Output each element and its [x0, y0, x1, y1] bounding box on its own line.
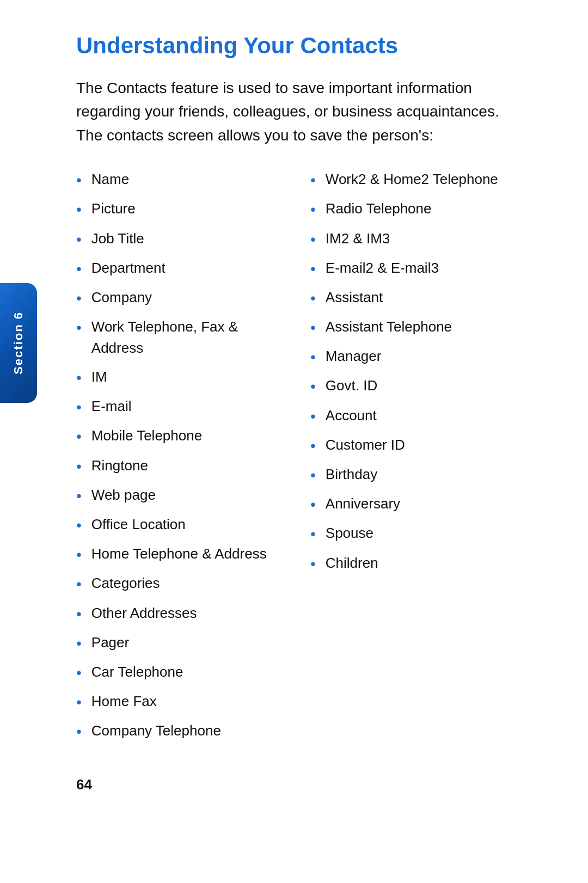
bullet-icon: • — [76, 456, 82, 477]
list-item: •IM2 & IM3 — [310, 228, 523, 250]
list-item: •Job Title — [76, 228, 289, 250]
list-item: •Work2 & Home2 Telephone — [310, 169, 523, 191]
list-item-text: Spouse — [326, 523, 373, 544]
list-item-text: Account — [326, 405, 377, 426]
bullet-icon: • — [310, 229, 316, 250]
list-item: •Ringtone — [76, 455, 289, 477]
list-item-text: Assistant Telephone — [326, 316, 452, 338]
bullet-icon: • — [310, 523, 316, 544]
list-item-text: Picture — [91, 198, 136, 219]
list-item: •Assistant — [310, 287, 523, 309]
list-item: •Spouse — [310, 523, 523, 544]
list-item-text: Web page — [91, 485, 156, 506]
list-item-text: Department — [91, 257, 166, 279]
list-item: •Account — [310, 405, 523, 427]
page-title: Understanding Your Contacts — [76, 33, 523, 59]
list-item-text: Company Telephone — [91, 720, 221, 741]
bullet-icon: • — [76, 317, 82, 338]
list-item-text: Company — [91, 287, 152, 308]
list-item-text: Mobile Telephone — [91, 425, 202, 446]
list-item: •Assistant Telephone — [310, 316, 523, 338]
bullet-icon: • — [76, 721, 82, 742]
list-item: •E-mail — [76, 396, 289, 418]
right-bullet-list: •Work2 & Home2 Telephone•Radio Telephone… — [310, 169, 523, 574]
bullet-icon: • — [310, 494, 316, 515]
list-item: •Birthday — [310, 464, 523, 486]
bullet-icon: • — [76, 367, 82, 388]
list-item: •Anniversary — [310, 493, 523, 515]
list-item-text: Job Title — [91, 228, 144, 249]
bullet-icon: • — [310, 376, 316, 397]
bullet-icon: • — [76, 633, 82, 654]
list-item: •Home Fax — [76, 691, 289, 713]
bullet-icon: • — [76, 199, 82, 220]
list-item: •E-mail2 & E-mail3 — [310, 257, 523, 279]
list-item: •Department — [76, 257, 289, 279]
list-item: •Car Telephone — [76, 661, 289, 683]
list-item-text: Car Telephone — [91, 661, 183, 683]
bullet-icon: • — [310, 346, 316, 367]
list-item-text: Anniversary — [326, 493, 400, 514]
list-item: •Work Telephone, Fax & Address — [76, 316, 289, 359]
list-item: •Picture — [76, 198, 289, 220]
left-column: •Name•Picture•Job Title•Department•Compa… — [76, 169, 289, 750]
list-item: •Children — [310, 553, 523, 574]
bullet-icon: • — [310, 317, 316, 338]
bullet-icon: • — [76, 514, 82, 536]
list-item: •Pager — [76, 632, 289, 654]
list-item-text: Work2 & Home2 Telephone — [326, 169, 498, 190]
list-item: •Customer ID — [310, 434, 523, 456]
bullet-icon: • — [310, 287, 316, 309]
list-item-text: Customer ID — [326, 434, 405, 456]
bullet-icon: • — [310, 464, 316, 486]
bullet-icon: • — [76, 544, 82, 565]
list-item-text: Office Location — [91, 514, 186, 535]
intro-paragraph: The Contacts feature is used to save imp… — [76, 76, 523, 147]
list-item: •Other Addresses — [76, 603, 289, 624]
list-item: •Manager — [310, 346, 523, 367]
bullet-icon: • — [76, 426, 82, 447]
bullet-icon: • — [310, 406, 316, 427]
list-item-text: Children — [326, 553, 378, 574]
list-item: •Company Telephone — [76, 720, 289, 742]
list-item-text: Name — [91, 169, 129, 190]
right-column: •Work2 & Home2 Telephone•Radio Telephone… — [310, 169, 523, 582]
list-item: •Radio Telephone — [310, 198, 523, 220]
list-item: •Office Location — [76, 514, 289, 536]
list-item-text: IM2 & IM3 — [326, 228, 390, 249]
section-tab: Section 6 — [0, 283, 37, 403]
list-item: •Name — [76, 169, 289, 191]
bullet-icon: • — [310, 199, 316, 220]
list-item: •Web page — [76, 485, 289, 506]
page-number: 64 — [76, 776, 523, 793]
bullet-icon: • — [310, 169, 316, 191]
bullet-icon: • — [76, 691, 82, 713]
list-item-text: Radio Telephone — [326, 198, 432, 219]
list-item-text: Home Telephone & Address — [91, 543, 267, 565]
section-tab-label: Section 6 — [11, 311, 26, 375]
list-item-text: Ringtone — [91, 455, 148, 476]
list-item: •Mobile Telephone — [76, 425, 289, 447]
bullet-icon: • — [76, 258, 82, 279]
list-item-text: IM — [91, 366, 107, 388]
list-item: •IM — [76, 366, 289, 388]
list-item-text: E-mail — [91, 396, 132, 417]
list-item-text: Govt. ID — [326, 375, 377, 396]
bullet-icon: • — [310, 553, 316, 574]
bullet-icon: • — [76, 573, 82, 594]
page-container: Section 6 Understanding Your Contacts Th… — [0, 0, 588, 826]
left-bullet-list: •Name•Picture•Job Title•Department•Compa… — [76, 169, 289, 742]
list-item: •Home Telephone & Address — [76, 543, 289, 565]
bullet-icon: • — [76, 603, 82, 624]
list-item-text: Manager — [326, 346, 382, 367]
list-item-text: Home Fax — [91, 691, 157, 712]
list-item: •Company — [76, 287, 289, 309]
bullet-icon: • — [76, 396, 82, 418]
list-item-text: Categories — [91, 573, 160, 594]
list-item-text: E-mail2 & E-mail3 — [326, 257, 439, 279]
bullet-icon: • — [310, 258, 316, 279]
bullet-icon: • — [76, 229, 82, 250]
list-item: •Govt. ID — [310, 375, 523, 397]
bullet-icon: • — [76, 662, 82, 683]
list-item-text: Work Telephone, Fax & Address — [91, 316, 289, 359]
